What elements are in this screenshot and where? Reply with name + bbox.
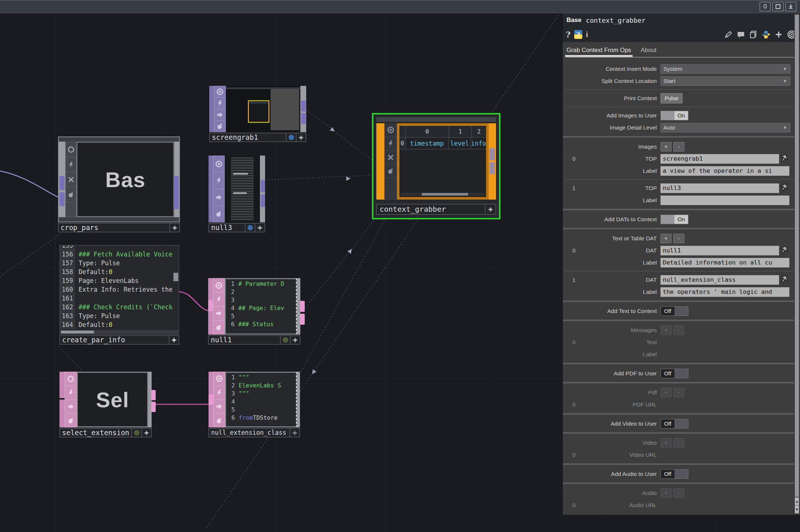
horizontal-scrollbar[interactable]	[60, 330, 178, 334]
node-name[interactable]: create_par_info	[60, 336, 169, 344]
node-context-grabber-selected[interactable]: 0 1 2 0 timestamp level info	[372, 113, 500, 219]
output-connector[interactable]	[151, 390, 156, 400]
bomb-icon[interactable]	[65, 413, 77, 427]
lightning-icon[interactable]	[213, 386, 225, 400]
bomb-icon[interactable]	[65, 187, 76, 202]
bomb-icon[interactable]	[214, 121, 226, 132]
add-message-button[interactable]: +	[660, 325, 672, 335]
output-connector[interactable]	[174, 176, 179, 209]
dat0-field[interactable]: null1	[660, 246, 779, 255]
add-dat-button[interactable]: +	[660, 234, 672, 243]
add-dats-toggle[interactable]: On	[660, 215, 688, 224]
jump-to-operator-icon[interactable]	[780, 183, 789, 193]
image1-label-field[interactable]	[660, 196, 789, 205]
remove-image-button[interactable]: -	[673, 142, 684, 152]
pulse-button[interactable]: Pulse	[660, 93, 683, 103]
node-name[interactable]: select_extension	[60, 429, 131, 437]
output-connector[interactable]	[301, 113, 306, 124]
x-flag-icon[interactable]	[65, 172, 76, 187]
circle-flag-icon[interactable]	[65, 142, 76, 157]
edit-comment-icon[interactable]	[724, 30, 733, 39]
remove-dat-button[interactable]: -	[673, 234, 684, 243]
remove-video-button[interactable]: -	[673, 438, 684, 448]
info-icon[interactable]: i	[586, 30, 588, 39]
tab-grab-context-from-ops[interactable]: Grab Context From Ops	[566, 47, 631, 54]
node-name[interactable]: screengrab1	[210, 133, 286, 142]
bomb-icon[interactable]	[213, 413, 225, 427]
output-connector[interactable]	[301, 101, 306, 112]
node-create-par-info[interactable]: 155 156### Fetch Available Voice 157Type…	[59, 245, 179, 345]
dat-table-viewer[interactable]: 0 1 2 0 timestamp level info	[397, 123, 489, 200]
dat1-label-field[interactable]: the operators ' main logic and	[660, 287, 789, 297]
star-icon[interactable]	[141, 429, 151, 437]
input-connector[interactable]	[208, 300, 213, 311]
lightning-icon[interactable]	[213, 292, 225, 306]
python-help-icon[interactable]: ?	[574, 30, 582, 39]
add-image-button[interactable]: +	[660, 142, 672, 152]
circle-flag-icon[interactable]	[65, 372, 77, 386]
frame-counter-button[interactable]: 0	[760, 2, 771, 11]
node-name[interactable]: null1	[209, 336, 280, 344]
lightning-icon[interactable]	[384, 137, 397, 150]
star-icon[interactable]	[485, 204, 496, 214]
node-null1[interactable]: 1# Parameter D 2 3 4## Page: Elev 5 6###…	[208, 278, 300, 345]
image0-label-field[interactable]: a view of the operator in a si	[660, 166, 789, 176]
add-audio-button[interactable]: +	[660, 488, 672, 498]
output-connector[interactable]	[489, 162, 495, 174]
arrow-icon[interactable]	[213, 189, 225, 206]
add-pdf-toggle[interactable]: Off	[660, 369, 688, 378]
node-name[interactable]: null3	[209, 223, 245, 232]
remove-message-button[interactable]: -	[673, 325, 684, 335]
star-icon[interactable]	[170, 223, 180, 232]
tab-about[interactable]: About	[641, 47, 656, 54]
node-name[interactable]: crop_pars	[58, 223, 170, 232]
output-connector[interactable]	[261, 180, 265, 192]
add-video-button[interactable]: +	[660, 438, 672, 448]
remove-audio-button[interactable]: -	[673, 488, 684, 498]
lightning-icon[interactable]	[65, 386, 77, 400]
lightning-icon[interactable]	[214, 98, 226, 109]
bomb-icon[interactable]	[384, 164, 397, 178]
node-name[interactable]: context_grabber	[377, 204, 485, 214]
star-icon[interactable]	[169, 336, 179, 344]
add-text-toggle[interactable]: Off	[660, 306, 688, 316]
bomb-icon[interactable]	[213, 206, 225, 222]
bomb-icon[interactable]	[213, 321, 225, 335]
panel-scrollbar[interactable]: ▲ ▼	[794, 14, 800, 514]
dat-text-viewer[interactable]: 155 156### Fetch Available Voice 157Type…	[59, 245, 179, 335]
add-video-toggle[interactable]: Off	[660, 419, 688, 429]
node-screengrab1[interactable]: screengrab1	[209, 86, 306, 142]
add-parameter-icon[interactable]	[774, 30, 783, 39]
output-connector[interactable]	[151, 402, 156, 412]
vertical-scrollbar[interactable]	[173, 273, 178, 281]
help-icon[interactable]: ?	[566, 30, 571, 39]
image-detail-level-dropdown[interactable]: Auto ▼	[660, 123, 790, 132]
copy-parameters-icon[interactable]	[749, 30, 758, 39]
output-connector[interactable]	[261, 194, 265, 207]
remove-pdf-button[interactable]: -	[673, 388, 684, 397]
scroll-down-icon[interactable]: ▼	[795, 506, 799, 513]
viewer-flag-icon[interactable]	[213, 156, 225, 172]
python-language-icon[interactable]	[761, 30, 771, 39]
node-null3[interactable]: null3	[209, 156, 265, 232]
output-connector[interactable]	[489, 148, 495, 160]
arrow-icon[interactable]	[65, 400, 77, 414]
jump-to-operator-icon[interactable]	[780, 245, 789, 256]
arrow-icon[interactable]	[213, 400, 225, 414]
image1-top-field[interactable]: null3	[660, 183, 779, 193]
node-null-extension-class[interactable]: 1""" 2ElevenLabs S 3""" 4 5 6from TDStor…	[209, 372, 300, 437]
input-connector[interactable]	[59, 176, 65, 190]
add-pdf-button[interactable]: +	[660, 388, 672, 397]
horizontal-scrollbar[interactable]	[401, 193, 485, 196]
output-connector[interactable]	[300, 301, 305, 312]
image0-top-field[interactable]: screengrab1	[660, 154, 779, 164]
viewer-flag-icon[interactable]	[214, 86, 226, 98]
output-connector[interactable]	[300, 314, 305, 325]
node-name[interactable]: null_extension_class	[209, 429, 290, 437]
star-icon[interactable]	[255, 223, 265, 232]
lightning-icon[interactable]	[213, 172, 225, 189]
x-flag-icon[interactable]	[384, 151, 397, 164]
split-context-location-dropdown[interactable]: Start ▼	[660, 76, 790, 86]
scroll-up-icon[interactable]: ▲	[795, 498, 799, 505]
arrow-icon[interactable]	[213, 307, 225, 321]
